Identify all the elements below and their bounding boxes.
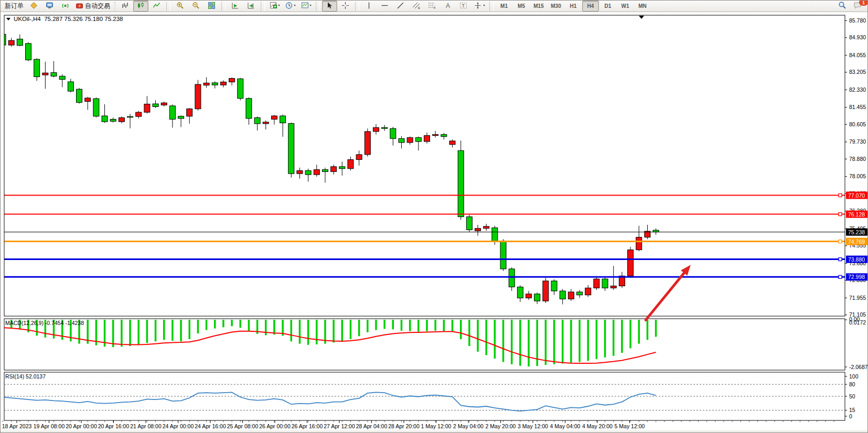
line-chart-button[interactable] (149, 1, 164, 12)
new-order-label: 新订单 (5, 2, 24, 10)
svg-text:24 Apr 16:00: 24 Apr 16:00 (195, 423, 226, 429)
trendline-button[interactable] (393, 1, 408, 12)
svg-text:18 Apr 2023: 18 Apr 2023 (2, 423, 32, 429)
zoom-out-button[interactable] (188, 1, 203, 12)
search-button[interactable] (834, 1, 850, 12)
vertical-line-button[interactable] (361, 1, 377, 12)
cursor-button[interactable] (322, 1, 337, 12)
new-order-button[interactable]: 新订单 (3, 1, 26, 12)
line-anchor[interactable] (839, 275, 842, 278)
community-button[interactable] (42, 1, 57, 12)
monitor-icon (46, 2, 53, 11)
svg-text:25 Apr 08:00: 25 Apr 08:00 (227, 423, 259, 429)
line-anchor[interactable] (839, 194, 842, 197)
indicators-icon (270, 2, 280, 11)
bar-chart-button[interactable] (117, 1, 133, 12)
svg-text:15: 15 (849, 407, 855, 413)
toolbar-separator (355, 2, 359, 11)
svg-text:UKOil-,H4 75.287 75.326 75.18: UKOil-,H4 75.287 75.326 75.180 75.238 (14, 16, 123, 22)
tf-mn-button[interactable]: MN (634, 1, 651, 12)
line-anchor[interactable] (839, 213, 842, 216)
tf-m1-button[interactable]: M1 (496, 1, 512, 12)
clock-icon (285, 2, 296, 11)
text-button[interactable]: A (440, 1, 455, 12)
arrows-button[interactable] (471, 1, 487, 12)
svg-text:20 Apr 16:00: 20 Apr 16:00 (98, 423, 130, 429)
chart-shift-button[interactable] (243, 1, 259, 12)
tf-h4-button[interactable]: H4 (582, 1, 599, 12)
vertical-line-icon (365, 2, 373, 11)
svg-text:4 May 04:00: 4 May 04:00 (550, 423, 581, 429)
svg-text:77.070: 77.070 (848, 192, 865, 199)
svg-text:24 Apr 00:00: 24 Apr 00:00 (163, 423, 194, 429)
line-chart-icon (153, 2, 160, 11)
crosshair-button[interactable] (338, 1, 353, 12)
templates-button[interactable] (298, 1, 314, 12)
notifications-button[interactable]: 1 (850, 1, 865, 12)
tf-label: W1 (621, 3, 629, 9)
indicators-button[interactable] (267, 1, 282, 12)
arrows-icon (474, 2, 485, 11)
svg-text:RSI(14) 52.0137: RSI(14) 52.0137 (5, 373, 46, 380)
gold-box-button[interactable] (26, 1, 41, 12)
tf-label: H1 (570, 3, 577, 9)
autotrading-label: 自动交易 (85, 2, 110, 10)
svg-text:80: 80 (849, 381, 855, 387)
tf-m5-button[interactable]: M5 (513, 1, 530, 12)
main-toolbar: 新订单 自动交易 E F A T M1 (1, 1, 867, 12)
svg-text:21 Apr 08:00: 21 Apr 08:00 (130, 423, 162, 429)
auto-scroll-button[interactable] (228, 1, 243, 12)
zoom-in-icon (176, 2, 184, 11)
svg-text:78.880: 78.880 (849, 156, 866, 162)
svg-text:28 Apr 20:00: 28 Apr 20:00 (388, 423, 420, 429)
svg-text:74.769: 74.769 (848, 239, 865, 245)
svg-text:79.730: 79.730 (849, 138, 866, 145)
candlestick-button[interactable] (133, 1, 148, 12)
notification-badge: 1 (859, 0, 868, 6)
text-label-button[interactable]: T (456, 1, 471, 12)
text-icon: A (444, 2, 452, 11)
svg-text:19 Apr 08:00: 19 Apr 08:00 (34, 423, 65, 429)
tf-m15-button[interactable]: M15 (530, 1, 547, 12)
tf-w1-button[interactable]: W1 (617, 1, 634, 12)
svg-text:MACD(12,26,9) -0.7454 -1.4238: MACD(12,26,9) -0.7454 -1.4238 (5, 320, 84, 326)
chart-area[interactable]: 85.78084.93084.05583.20582.33081.45580.6… (1, 12, 868, 433)
svg-text:76.128: 76.128 (848, 211, 865, 218)
svg-text:26 Apr 16:00: 26 Apr 16:00 (292, 423, 323, 429)
chart-title[interactable]: UKOil-,H4 75.287 75.326 75.180 75.238 (6, 16, 123, 22)
tf-m30-button[interactable]: M30 (548, 1, 564, 12)
svg-text:5 May 12:00: 5 May 12:00 (615, 423, 645, 429)
svg-text:2 May 20:00: 2 May 20:00 (486, 423, 516, 429)
svg-text:72.998: 72.998 (848, 274, 865, 280)
svg-text:27 Apr 12:00: 27 Apr 12:00 (324, 423, 355, 429)
tf-label: M30 (551, 3, 561, 9)
tf-label: D1 (605, 3, 612, 9)
toolbar-grip (114, 2, 116, 10)
cursor-icon (326, 2, 334, 11)
fibonacci-button[interactable]: F (424, 1, 440, 12)
zoom-out-icon (192, 2, 200, 11)
equidistant-channel-button[interactable]: E (409, 1, 424, 12)
horizontal-line-button[interactable] (377, 1, 392, 12)
line-anchor[interactable] (839, 258, 842, 261)
svg-text:84.055: 84.055 (849, 52, 866, 58)
search-icon (838, 1, 846, 11)
svg-text:4 May 20:00: 4 May 20:00 (582, 423, 613, 429)
line-anchor[interactable] (839, 240, 842, 243)
tile-windows-icon (208, 2, 216, 11)
autotrading-button[interactable]: 自动交易 (73, 1, 112, 12)
tf-d1-button[interactable]: D1 (599, 1, 616, 12)
toolbar-separator (489, 2, 494, 11)
bar-chart-icon (121, 2, 129, 11)
periods-button[interactable] (283, 1, 298, 12)
zoom-in-button[interactable] (173, 1, 188, 12)
svg-text:81.455: 81.455 (849, 104, 866, 110)
svg-text:26 Apr 00:00: 26 Apr 00:00 (259, 423, 291, 429)
signal-button[interactable] (58, 1, 73, 12)
svg-text:75.238: 75.238 (848, 229, 865, 235)
trendline-icon (397, 2, 404, 11)
toolbar-separator (261, 2, 265, 11)
tf-h1-button[interactable]: H1 (565, 1, 582, 12)
svg-text:84.930: 84.930 (849, 34, 866, 40)
tile-windows-button[interactable] (204, 1, 219, 12)
